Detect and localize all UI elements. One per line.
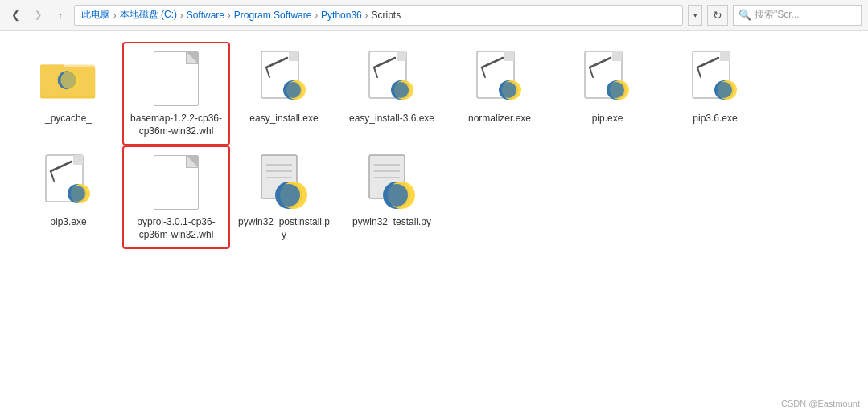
list-item[interactable]: pip3.6.exe xyxy=(663,43,767,144)
file-name: basemap-1.2.2-cp36-cp36m-win32.whl xyxy=(129,112,224,137)
svg-point-14 xyxy=(285,82,301,98)
search-icon: 🔍 xyxy=(738,9,751,21)
breadcrumb: 此电脑 › 本地磁盘 (C:) › Software › Program Sof… xyxy=(74,5,683,26)
file-name: pip3.6.exe xyxy=(693,112,737,125)
list-item[interactable]: pywin32_postinstall.py xyxy=(232,147,336,247)
nav-back-button[interactable]: ❮ xyxy=(6,6,24,24)
list-item[interactable]: pyproj-3.0.1-cp36-cp36m-win32.whl xyxy=(124,147,228,247)
file-name: pywin32_testall.py xyxy=(352,216,431,229)
exe-file-icon xyxy=(363,50,421,108)
list-item[interactable]: _pycache_ xyxy=(16,43,121,144)
file-name: easy_install.exe xyxy=(249,112,318,125)
file-grid: _pycache_ basemap-1.2.2-cp36-cp36m-win32… xyxy=(0,31,868,413)
breadcrumb-c-drive[interactable]: 本地磁盘 (C:) xyxy=(120,8,177,22)
svg-point-61 xyxy=(278,184,300,206)
file-name: pip3.exe xyxy=(50,216,86,229)
list-item[interactable]: pywin32_testall.py xyxy=(339,147,444,247)
py-file-icon xyxy=(363,153,421,211)
refresh-button[interactable]: ↻ xyxy=(707,5,728,26)
list-item[interactable]: easy_install-3.6.exe xyxy=(339,43,444,144)
file-name: pip.exe xyxy=(592,112,623,125)
svg-point-22 xyxy=(393,82,409,98)
address-bar: ❮ ❯ ↑ 此电脑 › 本地磁盘 (C:) › Software › Progr… xyxy=(0,0,868,31)
breadcrumb-python36[interactable]: Python36 xyxy=(321,10,362,21)
search-box[interactable]: 🔍 搜索"Scr... xyxy=(733,5,862,26)
file-name: pyproj-3.0.1-cp36-cp36m-win32.whl xyxy=(129,216,224,241)
svg-point-46 xyxy=(716,82,732,98)
breadcrumb-scripts: Scripts xyxy=(371,10,401,21)
svg-point-54 xyxy=(69,186,85,202)
list-item[interactable]: pip.exe xyxy=(555,43,660,144)
exe-file-icon xyxy=(471,50,529,108)
list-item[interactable]: normalizer.exe xyxy=(447,43,552,144)
exe-file-icon xyxy=(255,50,313,108)
breadcrumb-dropdown[interactable]: ▾ xyxy=(688,5,702,26)
exe-file-icon xyxy=(578,50,636,108)
file-name: normalizer.exe xyxy=(468,112,531,125)
breadcrumb-program-software[interactable]: Program Software xyxy=(234,10,312,21)
file-name: pywin32_postinstall.py xyxy=(237,216,331,241)
watermark: CSDN @Eastmount xyxy=(781,399,860,408)
nav-forward-button[interactable]: ❯ xyxy=(29,6,47,24)
file-name: easy_install-3.6.exe xyxy=(349,112,434,125)
svg-point-6 xyxy=(60,71,79,89)
breadcrumb-this-pc[interactable]: 此电脑 xyxy=(81,8,110,22)
whl-file-icon xyxy=(147,50,205,108)
list-item[interactable]: basemap-1.2.2-cp36-cp36m-win32.whl xyxy=(124,43,228,144)
py-file-icon xyxy=(255,153,313,211)
file-name: _pycache_ xyxy=(45,112,92,125)
svg-point-30 xyxy=(500,82,516,98)
folder-icon xyxy=(39,50,97,108)
list-item[interactable]: easy_install.exe xyxy=(232,43,336,144)
svg-point-68 xyxy=(385,184,408,206)
list-item[interactable]: pip3.exe xyxy=(16,147,121,247)
whl-file-icon xyxy=(147,153,205,211)
exe-file-icon xyxy=(686,50,744,108)
breadcrumb-software[interactable]: Software xyxy=(187,10,224,21)
nav-up-button[interactable]: ↑ xyxy=(51,6,69,24)
search-placeholder: 搜索"Scr... xyxy=(755,8,800,22)
svg-point-38 xyxy=(608,82,624,98)
exe-file-icon xyxy=(39,153,97,211)
